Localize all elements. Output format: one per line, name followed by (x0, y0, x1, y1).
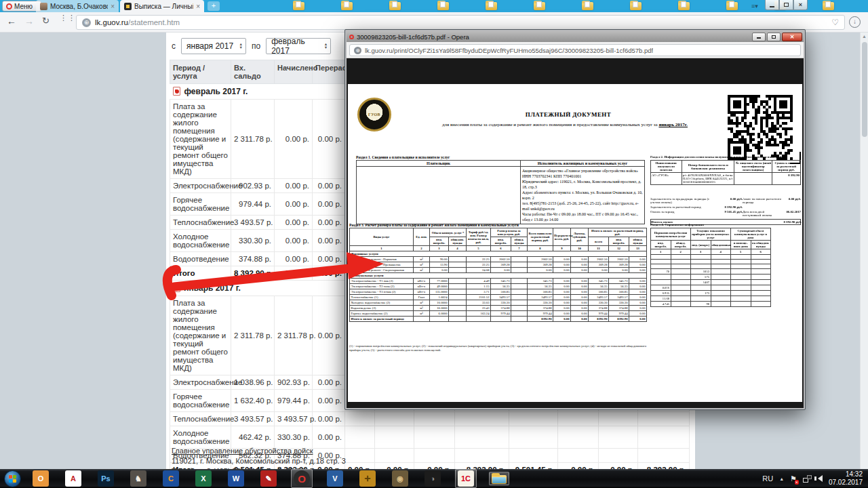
window-close-button[interactable]: × (793, 0, 808, 10)
bookmark-heart-icon[interactable]: ♡ (831, 18, 839, 27)
tab-statement[interactable]: Выписка — Личный каби × (120, 0, 204, 12)
statement-cell: 2 311.78 р. (231, 296, 275, 375)
popup-title: 30009823205-bill-1cf6d57b.pdf - Opera (357, 33, 751, 41)
s3-cell: 0.00 (553, 257, 571, 262)
taskbar-slot-consultant-plus[interactable]: C (161, 470, 181, 487)
spinner-icon[interactable]: ▲▼ (324, 43, 328, 49)
pdf-download-icon[interactable] (173, 283, 180, 292)
s4-data-row (651, 255, 771, 260)
start-button[interactable] (4, 470, 21, 487)
volume-icon[interactable] (818, 475, 823, 482)
taskbar-slot-1c-enterprise[interactable]: 1С (455, 469, 477, 488)
statement-column-header: Вх. сальдо (231, 60, 275, 84)
s4-cell (651, 280, 671, 285)
taskbar-compass-gold-icon: ✛ (359, 470, 376, 487)
taskbar-slot-brass-helmet[interactable]: ◉ (390, 470, 410, 487)
s3-cell: 4.49 (467, 279, 491, 284)
s3-cell: 0.00 (629, 300, 647, 306)
s3-cell: 374.88 (491, 306, 511, 311)
s3-header-cell: Ед. изм. (414, 228, 430, 246)
statement-cell: Водоотведение (170, 252, 231, 266)
scrollbar-thumb[interactable] (862, 42, 867, 137)
period-to-select[interactable]: февраль 2017 ▲▼ (266, 38, 331, 54)
s4-cell: 575 (691, 274, 711, 280)
taskbar-consultant-plus-icon: C (163, 470, 179, 487)
taskbar-slot-opera[interactable]: O (291, 469, 313, 488)
popup-maximize-button[interactable] (767, 33, 781, 41)
browser-tabbar: Меню Москва, Б.Очаковская - С × Выписка … (0, 0, 868, 12)
taskbar-slot-acrobat-reader[interactable]: A (63, 470, 83, 487)
statement-cell: Электроснабжение (170, 179, 231, 193)
taskbar-slot-red-editor[interactable]: ✎ (258, 470, 279, 487)
reload-button[interactable]: ↻ (42, 16, 50, 26)
s3-cell: м³ (414, 300, 430, 306)
tray-date: 07.02.2017 (829, 479, 863, 487)
s3-header-cell: 3 (430, 246, 449, 251)
s3-cell: 0.00 (629, 289, 647, 295)
downloads-icon[interactable]: ↓ (849, 16, 861, 28)
s3-header-cell: общед. нужды (511, 237, 528, 246)
taskbar-slot-outlook[interactable]: O (31, 470, 51, 487)
pdf-download-icon[interactable] (173, 87, 180, 96)
org-link[interactable]: Главное управление обустройства войск (172, 446, 346, 456)
forward-button[interactable]: → (24, 16, 34, 26)
statement-cell (455, 412, 509, 426)
taskbar-slot-word[interactable]: W (226, 470, 246, 487)
popup-close-button[interactable]: ✕ (782, 33, 802, 41)
address-bar[interactable]: ⊕ lk.guov.ru/statement.htm ♡ (76, 15, 845, 30)
s4-cell (691, 264, 711, 269)
tab-menu-chevron-icon[interactable]: ≡▾ (749, 1, 761, 11)
action-center-flag-icon[interactable]: ⚑ (790, 474, 797, 483)
s3-header-cell: 12 (609, 246, 629, 251)
page-scrollbar[interactable]: ▲ (860, 33, 868, 469)
period-from-select[interactable]: января 2017 ▲▼ (181, 38, 246, 54)
tab-favicon-photo (40, 3, 47, 10)
tab-moscow[interactable]: Москва, Б.Очаковская - С × (36, 0, 119, 12)
s3-cell: 0.00 (571, 306, 589, 311)
clock[interactable]: 14:32 07.02.2017 (829, 470, 863, 487)
windows-flag-icon (9, 475, 16, 483)
statement-cell: Холодное водоснабжение (170, 230, 231, 252)
new-tab-button[interactable]: + (208, 1, 220, 11)
s3-cell: Гкал (414, 295, 430, 300)
s4-cell (651, 264, 671, 269)
s4-cell (651, 260, 671, 264)
scroll-up-icon[interactable]: ▲ (862, 34, 867, 39)
s3-cell: 6.0000 (430, 311, 449, 317)
s4-cell (671, 302, 691, 307)
s4-cell (731, 260, 751, 264)
s4-cell (751, 264, 771, 269)
tray-expand-icon[interactable]: ▲ (779, 476, 784, 481)
tab-close-icon[interactable]: × (196, 3, 200, 10)
window-minimize-button[interactable] (765, 0, 779, 10)
period-to-label: по (252, 41, 260, 51)
popup-minimize-button[interactable] (752, 33, 766, 41)
s4-header-cell: 5 (731, 249, 751, 255)
taskbar-slot-photo-tool[interactable]: ◑ (422, 470, 443, 487)
taskbar-slot-windows-explorer[interactable] (489, 472, 509, 485)
taskbar-slot-compass-gold[interactable]: ✛ (357, 470, 378, 487)
taskbar-slot-visio[interactable]: V (325, 470, 345, 487)
back-button[interactable]: ← (7, 16, 16, 26)
s4-header-cell: Суммарный объем коммунальных услуг в дом… (731, 228, 771, 241)
s3-cell: 374.88 (589, 306, 609, 311)
popup-titlebar[interactable]: 30009823205-bill-1cf6d57b.pdf - Opera ✕ (347, 31, 804, 42)
s3-cell (449, 262, 467, 268)
s3-cell: 345.73 (528, 279, 553, 284)
taskbar-slot-chess-app[interactable]: ♞ (128, 470, 149, 487)
window-maximize-button[interactable] (779, 0, 793, 10)
amount-cell: 8 392.90 (772, 173, 801, 185)
taskbar-outlook-icon: O (33, 470, 49, 487)
statement-cell: 0.00 р. (275, 193, 313, 216)
taskbar-slot-excel[interactable]: X (193, 470, 214, 487)
spinner-icon[interactable]: ▲▼ (239, 43, 243, 49)
network-icon[interactable] (803, 475, 812, 483)
s3-header-cell: Размер платы за ком.услуги, руб. (491, 228, 528, 237)
language-indicator[interactable]: RU (762, 474, 773, 483)
s4-cell (711, 302, 731, 307)
popup-url-field[interactable]: ⊕ lk.guov.ru/print/OClyFZi1sYa9l58Ffbydu… (349, 44, 801, 56)
site-badge-icon[interactable]: ⊕ (82, 18, 91, 27)
taskbar-slot-photoshop[interactable]: Ps (96, 470, 116, 487)
s3-cell: 309.28 (609, 262, 629, 268)
tab-close-icon[interactable]: × (111, 3, 115, 10)
